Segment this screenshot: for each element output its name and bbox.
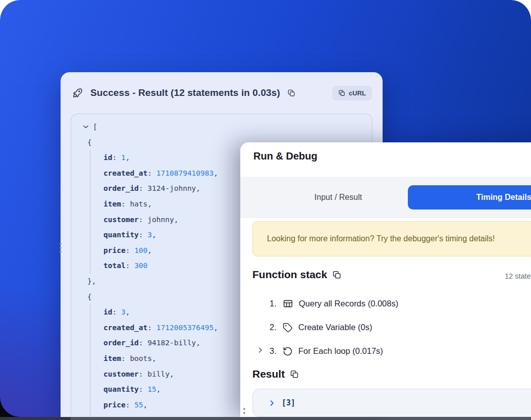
code-token: total <box>103 261 126 270</box>
tab-input-result[interactable]: Input / Result <box>252 185 424 209</box>
step-number: 1. <box>270 299 282 308</box>
copy-icon[interactable] <box>290 370 299 379</box>
copy-icon[interactable] <box>332 270 341 279</box>
result-value-box[interactable]: [3] <box>252 389 531 417</box>
code-token: : <box>139 231 147 239</box>
code-token: , <box>174 216 179 224</box>
code-token: hats <box>130 200 147 208</box>
function-stack-item[interactable]: 3.For Each loop (0.017s) <box>252 339 531 363</box>
code-token: created_at <box>103 169 147 177</box>
code-token: 55 <box>134 401 143 409</box>
run-debug-panel: Run & Debug Input / Result Timing Detail… <box>240 142 531 417</box>
code-token: billy <box>147 370 170 378</box>
code-token: , <box>170 370 174 378</box>
code-token: , <box>126 308 130 316</box>
chevron-right-icon[interactable] <box>268 399 276 407</box>
code-token: 300 <box>134 261 147 270</box>
code-token: id <box>103 308 112 316</box>
code-token: : <box>147 324 156 332</box>
function-stack-item[interactable]: 1.Query all Records (0.008s) <box>252 292 531 316</box>
code-token: customer <box>103 370 139 378</box>
code-token: : <box>112 153 121 162</box>
code-token: : <box>112 308 121 316</box>
panel-drag-handle[interactable] <box>243 408 245 414</box>
code-line: [ <box>71 119 372 135</box>
code-token: : <box>139 184 147 192</box>
code-token: : <box>139 216 147 224</box>
rocket-icon <box>72 87 84 99</box>
info-banner: Looking for more information? Try the de… <box>252 221 531 256</box>
code-token: : <box>139 385 147 393</box>
code-token: price <box>103 401 126 409</box>
code-token: 94182-billy <box>147 339 196 347</box>
code-token: : <box>147 169 156 177</box>
code-token: , <box>214 169 218 177</box>
code-token: , <box>143 401 148 409</box>
panel-title: Run & Debug <box>253 150 317 162</box>
code-token: johnny <box>147 216 174 224</box>
code-token: id <box>103 153 112 162</box>
function-stack-item[interactable]: 2.Create Variable (0s) <box>252 316 531 339</box>
code-token: 3 <box>147 231 152 239</box>
code-token: , <box>196 184 200 192</box>
code-token: { <box>87 138 92 146</box>
code-token: 1 <box>121 153 126 162</box>
code-token: boots <box>130 354 152 362</box>
code-token: 15 <box>147 385 156 393</box>
copy-icon <box>338 89 345 96</box>
panel-drag-handle[interactable] <box>60 243 62 253</box>
chevron-down-icon[interactable] <box>82 123 89 130</box>
code-token: , <box>156 385 161 393</box>
code-token: : <box>139 339 147 347</box>
step-label: Query all Records (0.008s) <box>299 299 398 308</box>
copy-icon[interactable] <box>287 89 295 97</box>
result-value: [3] <box>282 398 295 407</box>
tab-timing-details[interactable]: Timing Details <box>408 185 531 209</box>
code-token: quantity <box>103 385 139 393</box>
statement-count: 12 statements <box>505 272 531 280</box>
code-token: 100 <box>134 246 147 254</box>
step-number: 3. <box>270 346 282 356</box>
loop-icon <box>283 346 293 356</box>
curl-button[interactable]: cURL <box>332 86 372 100</box>
code-token: price <box>103 246 126 254</box>
tag-icon <box>283 323 293 333</box>
code-token: , <box>147 246 152 254</box>
curl-button-label: cURL <box>349 89 366 97</box>
code-token: quantity <box>103 231 139 239</box>
result-panel-title: Success - Result (12 statements in 0.03s… <box>90 87 280 98</box>
code-token: : <box>126 401 134 409</box>
code-token: item <box>103 354 121 362</box>
step-number: 2. <box>270 323 282 332</box>
code-token: }, <box>87 277 96 285</box>
code-token: 1710879410983 <box>156 169 214 177</box>
screenshot-stage: Success - Result (12 statements in 0.03s… <box>0 0 531 420</box>
function-stack-list: 1.Query all Records (0.008s)2.Create Var… <box>252 292 531 363</box>
code-token: : <box>121 200 130 208</box>
code-token: customer <box>103 216 139 224</box>
code-token: [ <box>93 123 97 131</box>
code-token: , <box>152 231 156 239</box>
function-stack-title: Function stack <box>252 269 327 281</box>
step-label: Create Variable (0s) <box>298 323 372 332</box>
result-heading: Result <box>252 368 299 380</box>
code-token: , <box>214 324 218 332</box>
chevron-right-icon[interactable] <box>256 346 264 354</box>
table-icon <box>283 298 293 309</box>
step-label: For Each loop (0.017s) <box>298 346 383 356</box>
code-token: item <box>103 200 121 208</box>
result-title: Result <box>252 368 285 380</box>
tab-strip: Input / Result Timing Details <box>240 177 531 218</box>
function-stack-heading: Function stack <box>252 269 341 281</box>
code-token: , <box>126 153 130 162</box>
code-token: : <box>139 370 147 378</box>
code-token: : <box>126 246 134 254</box>
code-token: , <box>152 354 156 362</box>
code-token: order_id <box>103 339 139 347</box>
code-token: created_at <box>103 324 147 332</box>
code-token: { <box>87 293 92 301</box>
code-token: : <box>126 261 134 270</box>
viewport-bottom-edge <box>0 417 531 420</box>
code-token: , <box>147 200 152 208</box>
code-token: 3124-johnny <box>147 184 196 192</box>
